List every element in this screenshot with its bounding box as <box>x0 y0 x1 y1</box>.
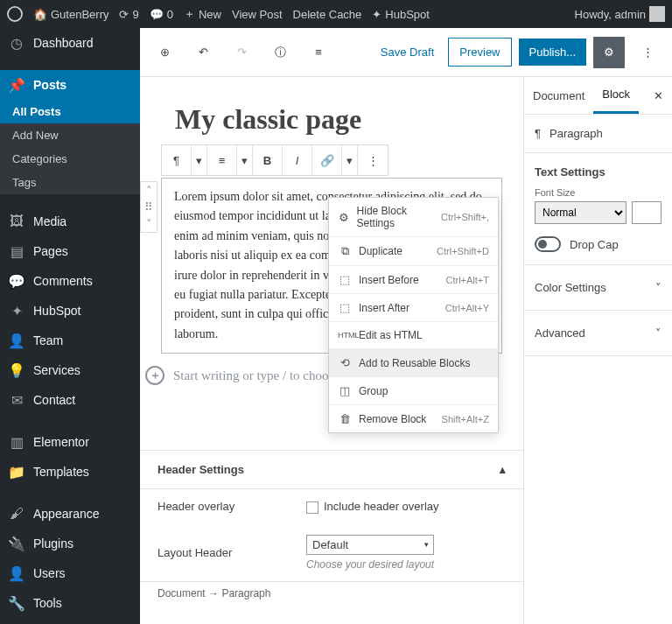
layout-hint: Choose your desired layout <box>306 558 434 571</box>
users-icon: 👤 <box>9 565 24 581</box>
remove-block-item[interactable]: 🗑Remove BlockShift+Alt+Z <box>329 405 498 432</box>
html-icon: HTML <box>338 331 352 340</box>
site-name: GutenBerry <box>51 8 108 21</box>
sidebar-item-dashboard[interactable]: ◷Dashboard <box>0 28 140 58</box>
redo-button[interactable]: ↷ <box>226 37 257 68</box>
paragraph-icon: ¶ <box>535 127 541 140</box>
bulb-icon: 💡 <box>9 362 24 378</box>
settings-panel: Document Block ✕ ¶ Paragraph Text Settin… <box>523 77 672 624</box>
edit-html-item[interactable]: HTMLEdit as HTML <box>329 322 498 349</box>
sidebar-item-services[interactable]: 💡Services <box>0 355 140 385</box>
block-type-button[interactable]: ¶ <box>162 145 192 175</box>
undo-button[interactable]: ↶ <box>187 37 219 68</box>
move-down-button[interactable]: ˅ <box>146 215 152 232</box>
info-button[interactable]: ⓘ <box>264 37 296 68</box>
preview-button[interactable]: Preview <box>448 38 511 67</box>
sidebar-item-pages[interactable]: ▤Pages <box>0 236 140 266</box>
sidebar-item-media[interactable]: 🖼Media <box>0 207 140 236</box>
add-block-button[interactable]: ⊕ <box>149 37 180 68</box>
avatar-icon <box>649 6 665 22</box>
outline-button[interactable]: ≡ <box>303 37 334 68</box>
drag-handle[interactable]: ⠿ <box>144 199 153 215</box>
sidebar-item-appearance[interactable]: 🖌Appearance <box>0 499 140 529</box>
include-overlay-checkbox[interactable] <box>306 501 318 514</box>
view-post-link[interactable]: View Post <box>232 8 283 21</box>
sidebar-sub-tags[interactable]: Tags <box>0 171 140 194</box>
align-button[interactable]: ≡ <box>207 145 237 175</box>
comments-link[interactable]: 💬 0 <box>150 8 173 21</box>
comment-icon: 💬 <box>9 273 24 289</box>
sidebar-item-users[interactable]: 👤Users <box>0 558 140 588</box>
sidebar-item-plugins[interactable]: 🔌Plugins <box>0 529 140 558</box>
sidebar-item-team[interactable]: 👤Team <box>0 326 140 355</box>
plus-icon: ＋ <box>145 366 164 385</box>
link-button[interactable]: 🔗 <box>312 145 342 175</box>
align-dropdown[interactable]: ▾ <box>237 145 253 175</box>
sidebar-item-templates[interactable]: 📁Templates <box>0 457 140 487</box>
duplicate-icon: ⧉ <box>338 244 352 258</box>
sidebar-item-elementor[interactable]: ▥Elementor <box>0 427 140 457</box>
insert-before-icon: ⬚ <box>338 273 352 286</box>
block-options-dropdown: ⚙Hide Block SettingsCtrl+Shift+, ⧉Duplic… <box>328 197 499 433</box>
folder-icon: 📁 <box>9 464 24 480</box>
admin-sidebar: ◷Dashboard 📌Posts All Posts Add New Cate… <box>0 28 140 624</box>
advanced-toggle[interactable]: Advanced ˅ <box>535 323 662 343</box>
sidebar-item-comments[interactable]: 💬Comments <box>0 266 140 296</box>
insert-after-item[interactable]: ⬚Insert AfterCtrl+Alt+Y <box>329 294 498 322</box>
save-draft-button[interactable]: Save Draft <box>374 46 441 59</box>
block-options-button[interactable]: ⋮ <box>358 145 388 175</box>
breadcrumb-paragraph[interactable]: Paragraph <box>221 587 270 599</box>
hubspot-link[interactable]: ✦ HubSpot <box>372 8 430 21</box>
new-content-link[interactable]: ＋ New <box>184 6 221 22</box>
metabox-toggle[interactable]: Header Settings ▴ <box>140 451 523 489</box>
bold-button[interactable]: B <box>253 145 283 175</box>
insert-before-item[interactable]: ⬚Insert BeforeCtrl+Alt+T <box>329 266 498 294</box>
tab-block[interactable]: Block <box>593 77 639 114</box>
updates-link[interactable]: ⟳ 9 <box>119 8 138 21</box>
more-menu-button[interactable]: ⋮ <box>632 37 663 68</box>
delete-cache-link[interactable]: Delete Cache <box>293 8 362 21</box>
sidebar-sub-all-posts[interactable]: All Posts <box>0 100 140 123</box>
post-title-input[interactable]: My classic page <box>140 77 523 144</box>
wrench-icon: 🔧 <box>9 595 24 611</box>
color-settings-toggle[interactable]: Color Settings ˅ <box>535 277 662 298</box>
font-size-label: Font Size <box>535 187 662 198</box>
more-format-dropdown[interactable]: ▾ <box>342 145 358 175</box>
dashboard-icon: ◷ <box>9 35 24 51</box>
italic-button[interactable]: I <box>283 145 312 175</box>
sidebar-sub-categories[interactable]: Categories <box>0 147 140 171</box>
sidebar-item-posts[interactable]: 📌Posts <box>0 70 140 100</box>
duplicate-item[interactable]: ⧉DuplicateCtrl+Shift+D <box>329 237 498 266</box>
sidebar-item-hubspot[interactable]: ✦HubSpot <box>0 296 140 326</box>
breadcrumb-document[interactable]: Document <box>158 587 206 599</box>
move-up-button[interactable]: ˄ <box>146 182 152 199</box>
sidebar-item-contact[interactable]: ✉Contact <box>0 385 140 415</box>
page-icon: ▤ <box>9 243 24 259</box>
sidebar-item-tools[interactable]: 🔧Tools <box>0 588 140 618</box>
media-icon: 🖼 <box>9 214 24 229</box>
sidebar-sub-add-new[interactable]: Add New <box>0 123 140 147</box>
block-breadcrumb: Document → Paragraph <box>140 581 523 605</box>
editor-toolbar: ⊕ ↶ ↷ ⓘ ≡ Save Draft Preview Publish... … <box>140 28 672 77</box>
publish-button[interactable]: Publish... <box>519 39 586 66</box>
settings-toggle-button[interactable]: ⚙ <box>593 37 625 68</box>
wp-logo[interactable] <box>7 6 23 22</box>
block-type-dropdown[interactable]: ▾ <box>192 145 207 175</box>
tab-document[interactable]: Document <box>524 79 593 113</box>
font-size-input[interactable] <box>632 201 662 224</box>
add-reusable-item[interactable]: ⟲Add to Reusable Blocks <box>329 349 498 377</box>
header-overlay-label: Header overlay <box>158 500 306 513</box>
svg-point-0 <box>8 7 22 21</box>
admin-topbar: 🏠 GutenBerry ⟳ 9 💬 0 ＋ New View Post Del… <box>0 0 672 28</box>
font-size-select[interactable]: Normal <box>535 201 626 224</box>
site-home-link[interactable]: 🏠 GutenBerry <box>33 8 108 21</box>
close-panel-button[interactable]: ✕ <box>645 89 672 102</box>
drop-cap-toggle[interactable] <box>535 236 561 252</box>
group-item[interactable]: ◫Group <box>329 377 498 405</box>
trash-icon: 🗑 <box>338 412 352 425</box>
account-link[interactable]: Howdy, admin <box>575 6 665 22</box>
layout-header-select[interactable]: Default <box>306 535 434 555</box>
gear-icon: ⚙ <box>338 211 350 224</box>
block-info: ¶ Paragraph <box>535 127 662 140</box>
hide-block-settings-item[interactable]: ⚙Hide Block SettingsCtrl+Shift+, <box>329 198 498 237</box>
